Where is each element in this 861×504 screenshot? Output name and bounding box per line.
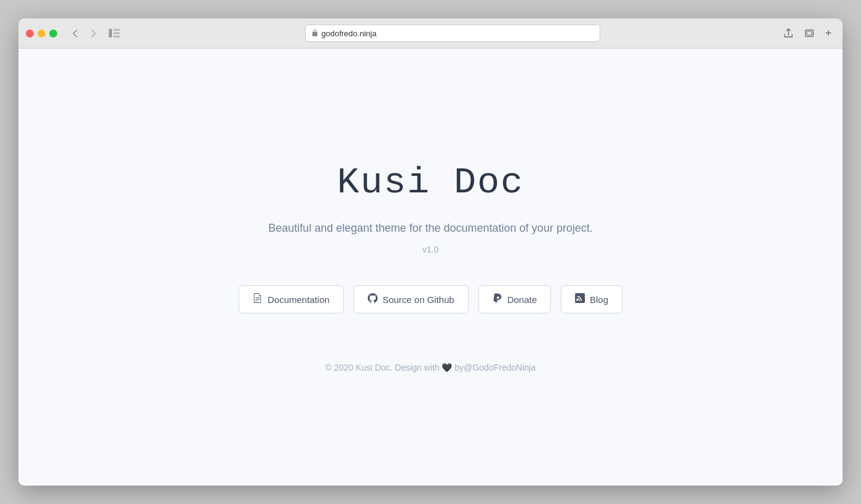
donate-label: Donate (507, 294, 537, 305)
webpage: Kusi Doc Beautiful and elegant theme for… (18, 49, 843, 486)
github-icon (368, 293, 378, 305)
url-text: godofredo.ninja (322, 29, 377, 38)
forward-button[interactable] (85, 27, 101, 39)
svg-rect-4 (312, 32, 317, 36)
donate-button[interactable]: Donate (478, 285, 551, 313)
github-button[interactable]: Source on Github (354, 285, 469, 313)
address-bar-container: godofredo.ninja (130, 25, 775, 42)
paypal-icon (493, 293, 502, 305)
svg-rect-1 (113, 29, 120, 31)
svg-rect-3 (113, 36, 120, 37)
blog-button[interactable]: Blog (561, 285, 622, 313)
browser-window: godofredo.ninja + Kusi Doc Beautifu (18, 18, 843, 486)
resize-button[interactable] (801, 26, 818, 40)
footer-copyright: © 2020 Kusi Doc. Design with (325, 363, 442, 372)
svg-rect-6 (807, 31, 812, 35)
maximize-button[interactable] (49, 30, 57, 37)
rss-icon (575, 293, 585, 305)
action-buttons: Documentation Source on Github (239, 285, 622, 313)
browser-chrome: godofredo.ninja + (18, 18, 843, 49)
address-bar[interactable]: godofredo.ninja (305, 25, 600, 42)
minimize-button[interactable] (38, 30, 46, 37)
share-button[interactable] (780, 26, 797, 40)
doc-icon (253, 293, 263, 305)
nav-buttons (67, 27, 101, 39)
lock-icon (312, 29, 318, 37)
browser-content: Kusi Doc Beautiful and elegant theme for… (18, 49, 843, 486)
svg-rect-2 (113, 33, 120, 34)
add-tab-button[interactable]: + (822, 26, 835, 40)
blog-label: Blog (590, 294, 608, 305)
site-subtitle: Beautiful and elegant theme for the docu… (268, 222, 592, 235)
documentation-button[interactable]: Documentation (239, 285, 344, 313)
site-title: Kusi Doc (337, 162, 524, 203)
svg-rect-0 (109, 29, 112, 37)
heart-icon: 🖤 (442, 363, 452, 372)
browser-actions: + (780, 26, 835, 40)
documentation-label: Documentation (268, 294, 330, 305)
sidebar-toggle-button[interactable] (106, 27, 122, 39)
footer-author: by@GodoFredoNinja (454, 363, 536, 372)
github-label: Source on Github (383, 294, 454, 305)
close-button[interactable] (26, 30, 34, 37)
site-version: v1.0 (423, 245, 438, 254)
back-button[interactable] (67, 27, 83, 39)
traffic-lights (26, 30, 57, 37)
footer-text: © 2020 Kusi Doc. Design with 🖤 by@GodoFr… (325, 363, 536, 372)
